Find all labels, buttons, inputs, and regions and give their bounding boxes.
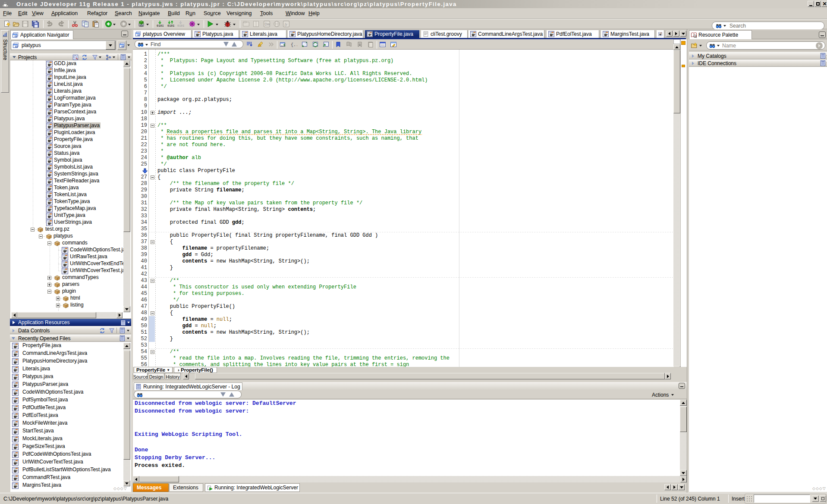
svg-text:Dw: Dw [264,22,270,26]
svg-text:SQL: SQL [139,25,144,27]
svg-text:{..}: {..} [291,43,297,47]
svg-text:0101: 0101 [177,24,184,28]
svg-text:0101: 0101 [157,24,164,28]
svg-text:0101: 0101 [167,24,174,28]
svg-text:fy: fy [285,22,287,26]
